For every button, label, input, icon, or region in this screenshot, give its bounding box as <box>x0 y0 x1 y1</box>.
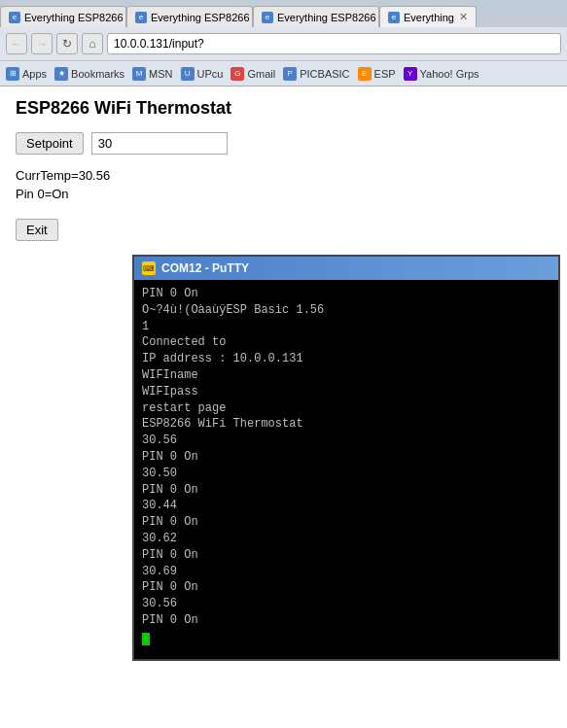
tab-3-icon: e <box>262 12 273 23</box>
bookmark-apps-label: Apps <box>22 68 47 80</box>
tab-3-label: Everything ESP8266 - <box>277 12 379 23</box>
bookmark-esp-label: ESP <box>374 68 396 80</box>
tab-2-label: Everything ESP8266 - <box>151 12 253 23</box>
terminal-line: 30.56 <box>142 433 550 449</box>
bookmark-gmail-label: Gmail <box>247 68 275 80</box>
putty-title: COM12 - PuTTY <box>161 261 249 275</box>
upcu-icon: U <box>181 67 195 81</box>
reload-button[interactable]: ↻ <box>56 33 78 54</box>
curr-temp-text: CurrTemp=30.56 <box>16 168 551 183</box>
terminal-line: PIN 0 On <box>142 286 550 302</box>
tab-1-label: Everything ESP8266 - <box>24 12 126 23</box>
terminal-line: 30.62 <box>142 531 550 547</box>
home-button[interactable]: ⌂ <box>82 33 103 54</box>
terminal-line: ESP8266 WiFi Thermostat <box>142 416 550 433</box>
bookmark-yahoo[interactable]: Y Yahoo! Grps <box>404 67 479 81</box>
terminal-line: 1 <box>142 319 550 335</box>
page-title: ESP8266 WiFi Thermostat <box>16 98 551 119</box>
putty-window: ⌨ COM12 - PuTTY PIN 0 OnO~?4ù!(OàaùÿESP … <box>132 255 560 661</box>
tab-4-close[interactable]: ✕ <box>459 11 468 23</box>
bookmark-upcu-label: UPcu <box>197 68 224 80</box>
bookmark-bookmarks-label: Bookmarks <box>71 68 124 80</box>
esp-icon: E <box>358 67 372 81</box>
terminal-line: 30.69 <box>142 564 550 580</box>
setpoint-row: Setpoint <box>16 132 551 155</box>
terminal-line: 30.50 <box>142 466 550 482</box>
tab-bar: e Everything ESP8266 - ✕ e Everything ES… <box>0 0 567 27</box>
terminal-line: O~?4ù!(OàaùÿESP Basic 1.56 <box>142 302 550 319</box>
setpoint-button[interactable]: Setpoint <box>16 132 84 155</box>
exit-button[interactable]: Exit <box>16 219 58 241</box>
nav-bar: ← → ↻ ⌂ <box>0 27 567 60</box>
msn-icon: M <box>132 67 146 81</box>
putty-titlebar: ⌨ COM12 - PuTTY <box>134 257 558 280</box>
tab-1-icon: e <box>9 12 20 23</box>
gmail-icon: G <box>230 67 244 81</box>
putty-terminal[interactable]: PIN 0 OnO~?4ù!(OàaùÿESP Basic 1.561Conne… <box>134 280 558 659</box>
bookmark-gmail[interactable]: G Gmail <box>230 67 275 81</box>
bookmark-esp[interactable]: E ESP <box>358 67 396 81</box>
terminal-line: WIFIpass <box>142 384 550 400</box>
tab-1[interactable]: e Everything ESP8266 - ✕ <box>0 6 126 27</box>
terminal-cursor <box>142 633 150 645</box>
terminal-line: 30.44 <box>142 498 550 514</box>
terminal-line: PIN 0 On <box>142 449 550 466</box>
bookmarks-bar: ⊞ Apps ★ Bookmarks M MSN U UPcu G Gmail … <box>0 60 567 86</box>
bookmark-msn-label: MSN <box>149 68 172 80</box>
terminal-line: PIN 0 On <box>142 514 550 531</box>
star-icon: ★ <box>54 67 68 81</box>
page-content: ESP8266 WiFi Thermostat Setpoint CurrTem… <box>0 87 567 728</box>
tab-4-label: Everything <box>404 12 454 23</box>
bookmark-picbasic[interactable]: P PICBASIC <box>283 67 349 81</box>
tab-4-icon: e <box>388 12 400 23</box>
address-bar[interactable] <box>107 33 561 54</box>
terminal-line: PIN 0 On <box>142 579 550 596</box>
terminal-line: PIN 0 On <box>142 612 550 629</box>
bookmark-upcu[interactable]: U UPcu <box>181 67 224 81</box>
tab-3[interactable]: e Everything ESP8266 - ✕ <box>253 6 379 27</box>
bookmark-bookmarks[interactable]: ★ Bookmarks <box>54 67 124 81</box>
terminal-line: Connected to <box>142 334 550 351</box>
bookmark-msn[interactable]: M MSN <box>132 67 172 81</box>
tab-4[interactable]: e Everything ✕ <box>379 6 477 27</box>
pin-status-text: Pin 0=On <box>16 187 551 201</box>
picbasic-icon: P <box>283 67 297 81</box>
terminal-line: PIN 0 On <box>142 482 550 499</box>
tab-2[interactable]: e Everything ESP8266 - ✕ <box>126 6 253 27</box>
forward-button[interactable]: → <box>31 33 53 54</box>
tab-2-icon: e <box>135 12 147 23</box>
setpoint-input[interactable] <box>91 132 228 155</box>
browser-chrome: e Everything ESP8266 - ✕ e Everything ES… <box>0 0 567 87</box>
terminal-line: restart page <box>142 400 550 417</box>
terminal-line: 30.56 <box>142 596 550 612</box>
terminal-line: PIN 0 On <box>142 547 550 564</box>
terminal-line: WIFIname <box>142 367 550 384</box>
back-button[interactable]: ← <box>6 33 27 54</box>
apps-icon: ⊞ <box>6 67 19 81</box>
bookmark-picbasic-label: PICBASIC <box>300 68 349 80</box>
terminal-cursor-line <box>142 629 550 645</box>
yahoo-icon: Y <box>404 67 417 81</box>
bookmark-apps[interactable]: ⊞ Apps <box>6 67 47 81</box>
terminal-line: IP address : 10.0.0.131 <box>142 351 550 367</box>
putty-icon: ⌨ <box>142 261 156 275</box>
bookmark-yahoo-label: Yahoo! Grps <box>420 68 479 80</box>
